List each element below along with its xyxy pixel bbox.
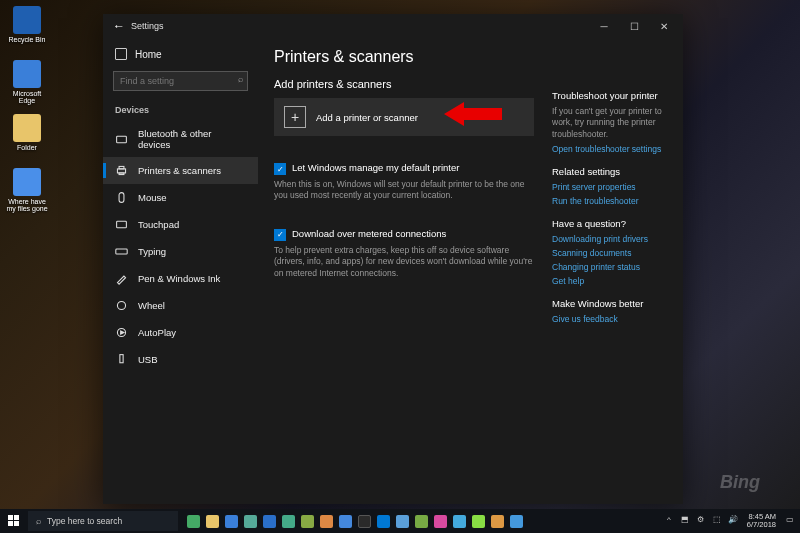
related-heading: Related settings (552, 166, 667, 177)
windows-icon (8, 515, 20, 527)
sidebar-item-label: Printers & scanners (138, 165, 221, 176)
desktop-icon-folder[interactable]: Folder (6, 114, 48, 151)
link-get-help[interactable]: Get help (552, 276, 667, 286)
sidebar-search[interactable]: ⌕ (113, 70, 248, 91)
checkbox-description: When this is on, Windows will set your d… (274, 179, 534, 202)
sidebar-category: Devices (103, 99, 258, 121)
checkbox-metered[interactable]: ✓ Download over metered connections (274, 228, 534, 241)
system-tray: ^ ⬒ ⚙ ⬚ 🔊 8:45 AM 6/7/2018 ▭ (663, 513, 798, 530)
usb-icon (115, 353, 128, 366)
svg-rect-3 (119, 173, 124, 175)
clock-date: 6/7/2018 (747, 521, 776, 529)
taskbar-app[interactable] (241, 512, 259, 530)
better-heading: Make Windows better (552, 298, 667, 309)
sidebar-item-label: Touchpad (138, 219, 179, 230)
add-printer-label: Add a printer or scanner (316, 112, 418, 123)
taskbar-app[interactable] (355, 512, 373, 530)
taskbar-app[interactable] (374, 512, 392, 530)
mouse-icon (115, 191, 128, 204)
taskbar-app[interactable] (260, 512, 278, 530)
svg-rect-11 (8, 515, 13, 520)
sidebar-item-touchpad[interactable]: Touchpad (103, 211, 258, 238)
svg-rect-12 (14, 515, 19, 520)
checkbox-default-printer[interactable]: ✓ Let Windows manage my default printer (274, 162, 534, 175)
taskbar-app[interactable] (431, 512, 449, 530)
link-scanning-documents[interactable]: Scanning documents (552, 248, 667, 258)
svg-rect-2 (119, 166, 124, 168)
tray-icon[interactable]: ⬒ (679, 515, 691, 527)
sidebar-item-wheel[interactable]: Wheel (103, 292, 258, 319)
taskbar-app[interactable] (507, 512, 525, 530)
sidebar-item-label: Bluetooth & other devices (138, 128, 246, 150)
desktop-icon-recycle-bin[interactable]: Recycle Bin (6, 6, 48, 43)
link-run-troubleshooter[interactable]: Run the troubleshooter (552, 196, 667, 206)
sidebar-item-typing[interactable]: Typing (103, 238, 258, 265)
taskbar-app[interactable] (469, 512, 487, 530)
desktop-icon-edge[interactable]: Microsoft Edge (6, 60, 48, 104)
taskbar-app[interactable] (203, 512, 221, 530)
taskbar-search[interactable]: ⌕ Type here to search (28, 511, 178, 531)
tray-volume-icon[interactable]: 🔊 (727, 515, 739, 527)
search-icon: ⌕ (238, 74, 243, 84)
link-download-drivers[interactable]: Downloading print drivers (552, 234, 667, 244)
sidebar-item-label: Mouse (138, 192, 167, 203)
tray-network-icon[interactable]: ⬚ (711, 515, 723, 527)
link-changing-status[interactable]: Changing printer status (552, 262, 667, 272)
minimize-button[interactable]: ─ (589, 21, 619, 32)
content-area: Printers & scanners Add printers & scann… (274, 48, 534, 504)
taskbar-app[interactable] (279, 512, 297, 530)
sidebar-item-usb[interactable]: USB (103, 346, 258, 373)
sidebar-item-autoplay[interactable]: AutoPlay (103, 319, 258, 346)
close-button[interactable]: ✕ (649, 21, 679, 32)
svg-rect-9 (120, 355, 123, 363)
link-print-server-properties[interactable]: Print server properties (552, 182, 667, 192)
svg-rect-0 (117, 136, 127, 143)
bing-watermark: Bing (720, 472, 760, 493)
section-add-heading: Add printers & scanners (274, 78, 534, 90)
svg-rect-5 (117, 221, 127, 228)
sidebar-item-label: Pen & Windows Ink (138, 273, 220, 284)
touchpad-icon (115, 218, 128, 231)
right-panel: Troubleshoot your printer If you can't g… (552, 48, 667, 504)
taskbar-app[interactable] (488, 512, 506, 530)
taskbar-app[interactable] (336, 512, 354, 530)
action-center-button[interactable]: ▭ (784, 515, 796, 527)
add-printer-button[interactable]: + Add a printer or scanner (274, 98, 534, 136)
sidebar-item-mouse[interactable]: Mouse (103, 184, 258, 211)
sidebar-item-label: Wheel (138, 300, 165, 311)
taskbar-search-placeholder: Type here to search (47, 516, 122, 526)
checkbox-description: To help prevent extra charges, keep this… (274, 245, 534, 279)
titlebar: ← Settings ─ ☐ ✕ (103, 14, 683, 38)
search-input[interactable] (113, 71, 248, 91)
sidebar-item-bluetooth[interactable]: Bluetooth & other devices (103, 121, 258, 157)
start-button[interactable] (2, 509, 26, 533)
desktop-icon-files[interactable]: Where have my files gone (6, 168, 48, 212)
task-view-button[interactable] (184, 512, 202, 530)
maximize-button[interactable]: ☐ (619, 21, 649, 32)
taskbar-app[interactable] (298, 512, 316, 530)
settings-window: ← Settings ─ ☐ ✕ Home ⌕ Devices Bluetoot… (103, 14, 683, 504)
home-icon (115, 48, 127, 60)
sidebar-item-printers[interactable]: Printers & scanners (103, 157, 258, 184)
sidebar-home[interactable]: Home (103, 42, 258, 66)
taskbar-app[interactable] (450, 512, 468, 530)
tray-icon[interactable]: ^ (663, 515, 675, 527)
taskbar-clock[interactable]: 8:45 AM 6/7/2018 (743, 513, 780, 530)
wheel-icon (115, 299, 128, 312)
back-button[interactable]: ← (107, 19, 131, 33)
autoplay-icon (115, 326, 128, 339)
link-open-troubleshooter[interactable]: Open troubleshooter settings (552, 144, 667, 154)
sidebar-home-label: Home (135, 49, 162, 60)
check-icon: ✓ (274, 163, 286, 175)
sidebar-item-pen[interactable]: Pen & Windows Ink (103, 265, 258, 292)
svg-rect-14 (14, 521, 19, 526)
taskbar: ⌕ Type here to search ^ ⬒ ⚙ ⬚ 🔊 8:45 AM … (0, 509, 800, 533)
taskbar-app[interactable] (222, 512, 240, 530)
keyboard-icon (115, 245, 128, 258)
check-icon: ✓ (274, 229, 286, 241)
taskbar-app[interactable] (412, 512, 430, 530)
tray-icon[interactable]: ⚙ (695, 515, 707, 527)
taskbar-app[interactable] (393, 512, 411, 530)
taskbar-app[interactable] (317, 512, 335, 530)
link-feedback[interactable]: Give us feedback (552, 314, 667, 324)
